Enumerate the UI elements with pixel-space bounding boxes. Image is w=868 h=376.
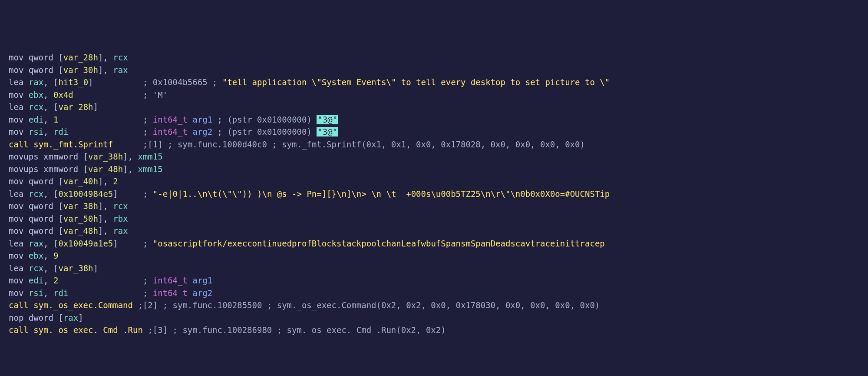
token-reg: rcx [29,189,43,199]
token-var: var_30h [63,65,98,75]
token-default: , [43,276,53,285]
asm-line[interactable]: mov qword [var_50h], rbx [9,213,859,225]
token-default [73,90,143,100]
token-argname: arg1 [192,115,212,124]
token-default: ] [93,263,98,273]
token-comment: ; [143,127,153,136]
token-reg: rcx [29,102,43,112]
asm-line[interactable]: mov qword [var_40h], 2 [9,175,859,188]
token-var: var_28h [58,102,93,112]
token-num: 2 [113,176,118,186]
token-call-target: call sym._os_exec.Command [9,300,133,310]
token-mnemonic: mov [9,176,23,186]
token-default [23,189,28,199]
asm-line[interactable]: mov ebx, 9 [9,250,859,262]
token-default: ], [123,164,138,174]
token-mnemonic: mov [9,214,23,223]
token-default [143,325,148,335]
asm-line[interactable]: mov edi, 2 ; int64_t arg1 [9,274,859,287]
token-num: 9 [53,251,58,260]
token-default [23,77,28,87]
token-reg: ebx [29,90,43,100]
token-reg: xmm15 [138,152,162,161]
token-comment: ;[1] ; sym.func.1000d40c0 ; sym._fmt.Spr… [143,140,585,149]
asm-line[interactable]: lea rcx, [var_28h] [9,101,859,113]
token-call-target: call sym._os_exec._Cmd_.Run [9,325,143,335]
token-comment: ; [143,239,153,248]
token-default: qword [ [23,53,63,62]
token-reg: rax [113,226,128,236]
token-default: , [ [43,102,58,112]
asm-line[interactable]: mov qword [var_30h], rax [9,64,859,77]
asm-line[interactable]: call sym._os_exec._Cmd_.Run ;[3] ; sym.f… [9,324,859,336]
token-num: 0x4d [53,90,73,100]
asm-line[interactable]: call sym._fmt.Sprintf ;[1] ; sym.func.10… [9,138,859,151]
asm-line[interactable]: lea rcx, [0x1004984e5] ; "-e|0|1..\n\t(\… [9,188,859,200]
token-default: dword [ [23,313,63,323]
token-default: , [ [43,189,58,199]
token-reg: rax [113,65,128,75]
token-var: var_38h [63,201,98,211]
token-default: qword [ [23,214,63,223]
token-comment: ;[2] ; sym.func.100285500 ; sym._os_exec… [138,300,600,310]
token-default: ], [98,201,113,211]
token-default: qword [ [23,65,63,75]
token-mnemonic: lea [9,263,23,273]
token-comment: ; 'M' [143,90,168,100]
token-mnemonic: mov [9,115,23,124]
disassembly-listing[interactable]: mov qword [var_28h], rcxmov qword [var_3… [9,51,859,336]
token-mnemonic: mov [9,288,23,298]
token-reg: rdi [53,288,68,298]
asm-line[interactable]: nop dword [rax] [9,312,859,324]
token-reg: rsi [29,127,43,136]
token-mnemonic: nop [9,313,23,323]
token-default: qword [ [23,226,63,236]
token-string: "osascriptfork/execcontinuedprofBlocksta… [153,239,605,248]
token-mnemonic: movups [9,152,39,161]
asm-line[interactable]: lea rax, [hit3_0] ; 0x1004b5665 ; "tell … [9,76,859,89]
token-comment: ; [143,288,153,298]
asm-line[interactable]: mov edi, 1 ; int64_t arg1 ; (pstr 0x0100… [9,113,859,126]
token-var: hit3_0 [58,77,88,87]
token-argname: arg2 [192,127,212,136]
token-comment: ; (pstr 0x01000000) [212,115,317,124]
token-default: qword [ [23,201,63,211]
token-num: 0x1004984e5 [58,189,113,199]
token-default [68,288,143,298]
asm-line[interactable]: lea rcx, [var_38h] [9,262,859,275]
token-comment: ; 0x1004b5665 ; [143,77,222,87]
token-default: , [ [43,263,58,273]
token-default: xmmword [ [39,152,88,161]
asm-line[interactable]: lea rax, [0x10049a1e5] ; "osascriptfork/… [9,237,859,250]
token-default: , [43,115,53,124]
asm-line[interactable]: mov rsi, rdi ; int64_t arg2 ; (pstr 0x01… [9,126,859,138]
asm-line[interactable]: mov qword [var_48h], rax [9,225,859,237]
token-default [23,239,28,248]
asm-line[interactable]: call sym._os_exec.Command ;[2] ; sym.fun… [9,299,859,312]
asm-line[interactable]: mov rsi, rdi ; int64_t arg2 [9,287,859,299]
token-reg: rcx [113,53,128,62]
token-mnemonic: lea [9,102,23,112]
asm-line[interactable]: movups xmmword [var_38h], xmm15 [9,150,859,163]
asm-line[interactable]: mov qword [var_28h], rcx [9,51,859,64]
token-num: 1 [53,115,58,124]
token-reg: rax [29,77,43,87]
token-var: var_50h [63,214,98,223]
token-type: int64_t [153,127,188,136]
token-var: var_48h [88,164,123,174]
token-default [23,288,28,298]
token-reg: xmm15 [138,164,162,174]
token-comment [188,276,192,285]
token-reg: edi [29,276,43,285]
token-default: ] [78,313,83,323]
token-default [23,90,28,100]
asm-line[interactable]: mov qword [var_38h], rcx [9,200,859,213]
token-reg: rdi [53,127,68,136]
token-default [23,276,28,285]
asm-line[interactable]: mov ebx, 0x4d ; 'M' [9,89,859,101]
token-default: qword [ [23,176,63,186]
token-default: , [ [43,77,58,87]
token-default: , [43,251,53,260]
token-reg: rax [63,313,78,323]
asm-line[interactable]: movups xmmword [var_48h], xmm15 [9,163,859,176]
